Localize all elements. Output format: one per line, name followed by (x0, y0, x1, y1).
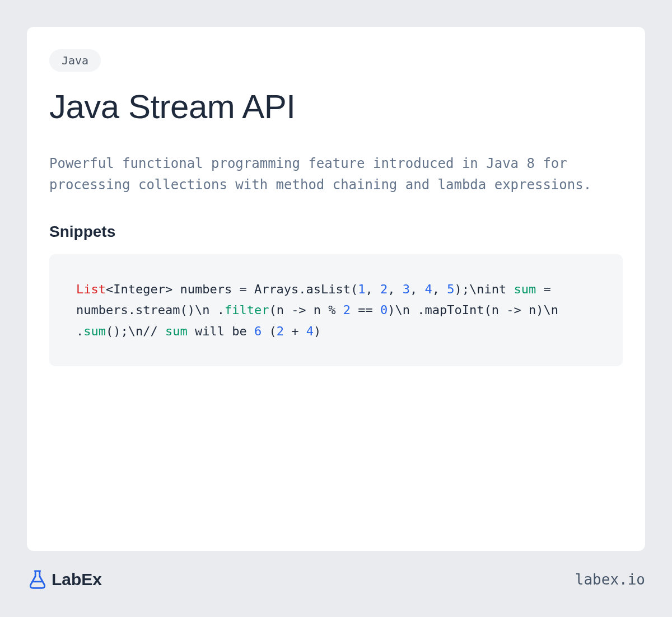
footer: LabEx labex.io (27, 551, 645, 590)
page-title: Java Stream API (49, 87, 623, 126)
brand-logo: LabEx (27, 569, 102, 590)
description-text: Powerful functional programming feature … (49, 153, 623, 196)
flask-icon (27, 569, 48, 590)
language-tag: Java (49, 49, 101, 72)
site-url: labex.io (575, 571, 645, 588)
brand-name: LabEx (52, 570, 102, 589)
content-card: Java Java Stream API Powerful functional… (27, 27, 645, 551)
snippets-heading: Snippets (49, 223, 623, 241)
code-snippet: List<Integer> numbers = Arrays.asList(1,… (49, 254, 623, 366)
